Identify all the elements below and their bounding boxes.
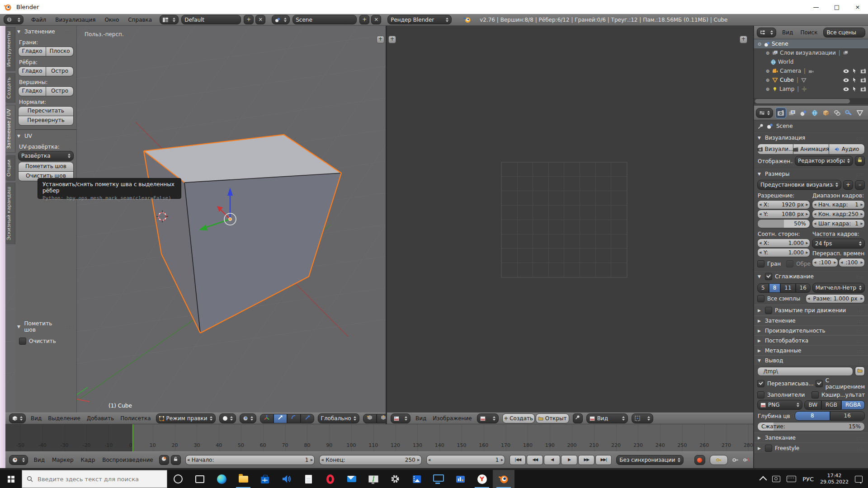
outliner-row-camera[interactable]: ⊕ Camera | bbox=[754, 66, 868, 75]
region-expand-icon[interactable]: + bbox=[377, 36, 384, 43]
depth-8[interactable]: 8 bbox=[795, 411, 830, 421]
taskbar-mail-icon[interactable] bbox=[341, 470, 363, 488]
use-preview-range-button[interactable] bbox=[159, 455, 169, 465]
panel-grip-icon[interactable] bbox=[857, 436, 864, 441]
select-menu[interactable]: Выделение bbox=[47, 415, 81, 422]
maximize-button[interactable]: □ bbox=[826, 0, 847, 14]
expand-icon[interactable]: ⊕ bbox=[765, 78, 770, 83]
taskbar-settings-icon[interactable] bbox=[384, 470, 406, 488]
timeline-playback-menu[interactable]: Воспроизведение bbox=[101, 457, 154, 463]
aa-size-field[interactable]: Разме: 1.000 px bbox=[806, 294, 865, 303]
language-indicator[interactable]: РУС bbox=[802, 476, 814, 483]
previous-keyframe-button[interactable]: ◀◀ bbox=[527, 455, 543, 465]
aa-samples-11[interactable]: 11 bbox=[780, 283, 795, 293]
panel-grip-icon[interactable] bbox=[857, 274, 864, 279]
frame-step-field[interactable]: Шаг кадра:1 bbox=[812, 219, 865, 228]
taskbar-store-icon[interactable] bbox=[254, 470, 276, 488]
tab-scene[interactable] bbox=[798, 108, 808, 118]
outliner-row-lamp[interactable]: ⊕ Lamp | bbox=[754, 84, 868, 94]
taskbar-office-icon[interactable] bbox=[449, 470, 471, 488]
aa-samples-16[interactable]: 16 bbox=[796, 283, 811, 293]
vertices-sharp-button[interactable]: Остро bbox=[46, 86, 74, 96]
auto-keyframe-record-button[interactable] bbox=[694, 455, 705, 465]
expand-icon[interactable]: ⊕ bbox=[765, 51, 770, 56]
delete-scene-button[interactable]: × bbox=[371, 15, 381, 24]
depth-16[interactable]: 16 bbox=[830, 411, 865, 421]
viewport-shading-select[interactable] bbox=[219, 413, 236, 423]
screen-layout-name[interactable]: Default bbox=[181, 15, 241, 24]
taskbar-remote-desktop-icon[interactable] bbox=[428, 470, 449, 488]
unwrap-menu[interactable]: Развёртка bbox=[18, 151, 74, 161]
pin-image-button[interactable] bbox=[573, 413, 583, 423]
add-layout-button[interactable]: + bbox=[244, 15, 254, 24]
uv-display-select[interactable]: Вид bbox=[586, 413, 628, 423]
sync-mode-select[interactable]: Без синхронизации bbox=[616, 455, 683, 465]
taskbar-search[interactable] bbox=[22, 470, 167, 488]
editor-type-info-button[interactable] bbox=[4, 15, 24, 24]
panel-grip-icon[interactable] bbox=[66, 134, 74, 139]
current-frame-field[interactable]: 1 bbox=[426, 455, 505, 465]
menu-window[interactable]: Окно bbox=[103, 17, 120, 23]
render-audio-button[interactable]: Аудио bbox=[829, 144, 865, 155]
frame-end-field[interactable]: Кон. кадр:250 bbox=[812, 210, 865, 219]
flip-normals-button[interactable]: Перевернуть bbox=[18, 116, 74, 126]
tab-tools[interactable]: Инструменты bbox=[5, 27, 15, 71]
renderability-camera-icon[interactable] bbox=[860, 69, 866, 74]
region-expand-icon[interactable]: + bbox=[740, 36, 747, 43]
panel-grip-icon[interactable] bbox=[66, 324, 74, 329]
tray-chevron-icon[interactable] bbox=[760, 476, 767, 484]
search-input[interactable] bbox=[37, 475, 151, 483]
vertex-select-button[interactable] bbox=[363, 414, 377, 423]
region-expand-icon[interactable]: + bbox=[388, 36, 396, 43]
minimize-button[interactable]: — bbox=[806, 0, 826, 14]
mode-select[interactable]: Режим правки bbox=[156, 413, 216, 423]
resolution-y-field[interactable]: Y:1080 px bbox=[757, 210, 810, 219]
selectability-cursor-icon[interactable] bbox=[853, 68, 857, 74]
resolution-scale-slider[interactable]: 50% bbox=[757, 219, 810, 228]
taskbar-task-view-icon[interactable] bbox=[189, 470, 211, 488]
tray-keyboard-icon[interactable] bbox=[787, 476, 796, 482]
menu-file[interactable]: Файл bbox=[30, 17, 47, 23]
clear-seam-checkbox[interactable] bbox=[19, 338, 26, 345]
close-button[interactable]: × bbox=[847, 0, 868, 14]
image-browse-button[interactable] bbox=[477, 413, 499, 423]
compression-slider[interactable]: Сжатие: 15% bbox=[757, 422, 865, 431]
taskbar-edge-icon[interactable] bbox=[211, 470, 232, 488]
taskbar-audio-icon[interactable] bbox=[276, 470, 297, 488]
panel-grip-icon[interactable] bbox=[857, 358, 864, 363]
aspect-y-field[interactable]: Y:1.000 bbox=[757, 248, 810, 257]
add-scene-button[interactable]: + bbox=[359, 15, 369, 24]
panel-grip-icon[interactable] bbox=[857, 446, 864, 451]
tab-modifiers[interactable] bbox=[844, 108, 854, 118]
panel-grip-icon[interactable] bbox=[857, 328, 864, 333]
aa-samples-5[interactable]: 5 bbox=[757, 283, 769, 293]
tab-material[interactable] bbox=[866, 108, 868, 118]
uv-panel-header[interactable]: ▼ UV bbox=[15, 130, 76, 141]
output-panel-header[interactable]: ▼ Вывод bbox=[754, 355, 868, 365]
view-menu[interactable]: Вид bbox=[29, 415, 43, 422]
file-extensions-checkbox[interactable] bbox=[816, 380, 823, 387]
frame-start-field[interactable]: Начало:1 bbox=[185, 455, 315, 465]
aspect-x-field[interactable]: X:1.000 bbox=[757, 239, 810, 248]
color-bw[interactable]: BW bbox=[804, 400, 821, 410]
remove-preset-button[interactable]: – bbox=[855, 180, 865, 190]
render-display-select[interactable]: Редактор изображе... bbox=[795, 156, 853, 166]
uv-pivot-select[interactable] bbox=[632, 413, 653, 423]
manipulator-scale-button[interactable] bbox=[301, 414, 314, 423]
uv-image-menu[interactable]: Изображение bbox=[431, 415, 473, 422]
render-still-button[interactable]: Визуали... bbox=[757, 144, 793, 155]
outliner-scrollbar[interactable] bbox=[754, 98, 868, 104]
faces-flat-button[interactable]: Плоско bbox=[46, 47, 74, 56]
start-button[interactable] bbox=[0, 470, 22, 488]
editor-splitter[interactable] bbox=[386, 26, 387, 424]
tab-constraints[interactable] bbox=[832, 108, 842, 118]
panel-grip-icon[interactable] bbox=[66, 29, 74, 34]
pin-icon[interactable] bbox=[758, 123, 764, 129]
pivot-center-select[interactable] bbox=[240, 413, 256, 423]
color-rgba[interactable]: RGBA bbox=[841, 400, 865, 410]
recalculate-normals-button[interactable]: Пересчитать bbox=[18, 106, 74, 116]
timeline-frame-menu[interactable]: Кадр bbox=[80, 457, 97, 463]
taskbar-monitor-icon[interactable] bbox=[363, 470, 384, 488]
dimensions-panel-header[interactable]: ▼ Размеры bbox=[754, 169, 868, 178]
outliner-filter-select[interactable]: Все сцены bbox=[823, 28, 865, 38]
